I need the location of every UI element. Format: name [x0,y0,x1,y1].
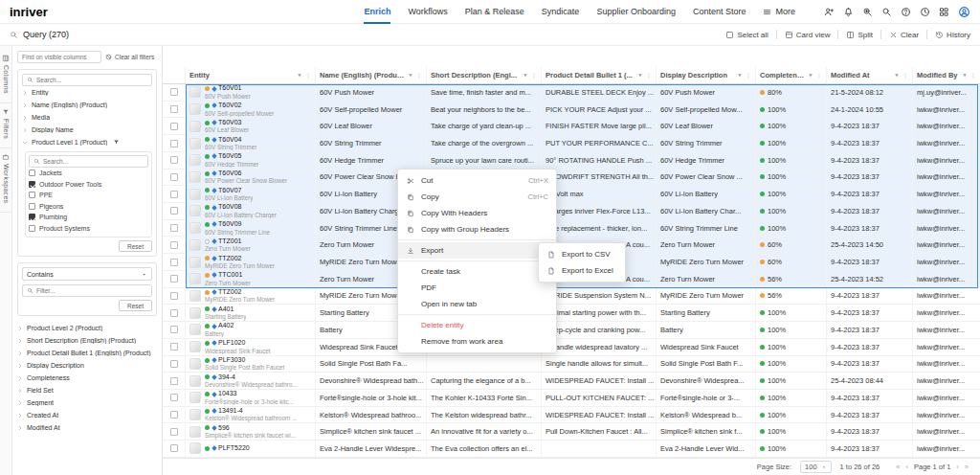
menu-item-cut[interactable]: CutCtrl+X [398,172,556,189]
facet-checkbox[interactable] [29,203,35,210]
zoom-in-icon[interactable] [862,7,873,17]
filter-group-short-description-english-product[interactable]: Short Description (English) (Product) [17,334,157,347]
column-header-display-description[interactable]: Display Description [657,67,756,83]
facet-checkbox[interactable] [29,214,35,220]
filter-group-product-detail-bullet-1-english-product[interactable]: Product Detail Bullet 1 (English) (Produ… [17,347,157,359]
help-icon[interactable] [901,7,911,17]
row-checkbox[interactable] [170,173,178,181]
row-checkbox[interactable] [170,394,178,401]
card-view-button[interactable]: Card view [785,31,831,39]
filter-group-modified-at[interactable]: Modified At [17,421,157,434]
clear-all-filters-link[interactable]: Clear all filters [105,54,154,60]
column-menu-icon[interactable] [531,73,537,79]
table-row[interactable]: 13491-4Kelston® Widespread bathroom ...K… [163,407,980,424]
filter-group-product-level-2-product[interactable]: Product Level 2 (Product) [17,322,157,334]
menu-item-delete-entity[interactable]: Delete entity [398,317,556,333]
filter-group-completeness[interactable]: Completeness [17,372,157,384]
row-checkbox[interactable] [170,292,178,300]
facet-checkbox[interactable] [29,192,35,198]
table-row[interactable]: T60V0360V Leaf Blower60V Leaf BlowerTake… [163,118,980,135]
row-checkbox[interactable] [170,140,178,147]
table-row[interactable]: T60V0560V Hedge Trimmer60V Hedge Trimmer… [163,152,980,170]
menu-item-copy-with-headers[interactable]: Copy With Headers [398,205,556,221]
table-row[interactable]: T60V0260V Self-propelled Mower60V Self-p… [163,102,980,119]
facet-search-field[interactable] [43,158,144,165]
filter-icon[interactable] [408,73,413,79]
menu-item-copy-with-group-headers[interactable]: Copy with Group Headers [398,221,556,238]
table-row[interactable]: T60V0660V Power Clear Snow Blower60V Pow… [163,170,980,187]
header-select-cell[interactable] [163,67,186,83]
side-tab-workspaces[interactable]: Workspaces [0,148,11,213]
menu-item-copy[interactable]: CopyCtrl+C [398,189,556,205]
facet-plumbing[interactable]: Plumbing [29,212,148,223]
menu-item-open-in-new-tab[interactable]: Open in new tab [398,296,556,312]
filter-icon[interactable] [637,73,643,79]
row-checkbox[interactable] [170,411,178,418]
row-checkbox[interactable] [170,428,178,436]
groups-search-field[interactable] [36,77,147,83]
filter-group-field-set[interactable]: Field Set [17,384,157,396]
filter-group-name-english-product[interactable]: Name (English) (Product) [22,99,152,111]
facet-reset-button[interactable]: Reset [119,240,152,252]
table-row[interactable]: PLF3030Solid Single Post Bath FaucetSoli… [163,356,980,373]
row-checkbox[interactable] [170,123,178,130]
column-header-entity[interactable]: Entity [186,67,316,83]
row-checkbox[interactable] [170,191,178,198]
filter-group-segment[interactable]: Segment [17,396,157,409]
find-columns-field[interactable] [22,54,97,60]
groups-search-input[interactable] [22,74,152,86]
filter-group-product-level-1-product[interactable]: Product Level 1 (Product) [22,136,152,148]
column-menu-icon[interactable] [816,73,822,79]
facet-search-input[interactable] [29,155,148,168]
filter-group-media[interactable]: Media [22,111,152,124]
facet-pigeons[interactable]: Pigeons [29,201,148,213]
filter-icon[interactable] [962,73,968,79]
filter-icon[interactable] [808,73,813,79]
column-header-product-detail-bullet-1[interactable]: Product Detail Bullet 1 (... [542,67,657,83]
row-checkbox[interactable] [170,275,178,283]
nav-item-syndicate[interactable]: Syndicate [542,0,580,23]
column-menu-icon[interactable] [416,73,422,79]
filter-group-display-description[interactable]: Display Description [17,359,157,372]
user-edit-icon[interactable] [824,7,835,17]
history-button[interactable]: History [935,31,970,39]
filter-icon[interactable] [297,73,302,79]
notifications-icon[interactable] [843,7,854,17]
table-row[interactable]: PLF1020Widespread Sink FaucetWidespread … [163,339,980,356]
find-columns-input[interactable] [17,51,101,63]
prev-page-button[interactable]: ‹ [905,463,908,471]
table-row[interactable]: 10433Forté®single-hole or 3-hole kitc...… [163,390,980,407]
operator-select[interactable]: Contains [22,267,152,281]
facet-checkbox[interactable] [29,170,35,176]
table-row[interactable]: T60V0460V String Trimmer60V String Trimm… [163,135,980,152]
first-page-button[interactable]: « [896,463,900,471]
column-header-completeness[interactable]: Completeness [756,67,827,83]
column-menu-icon[interactable] [305,73,311,79]
page-size-select[interactable]: 100 [800,461,832,473]
nav-item-plan-release[interactable]: Plan & Release [465,0,524,23]
filter-text-field[interactable] [36,287,147,294]
row-checkbox[interactable] [170,444,178,452]
side-tab-columns[interactable]: Columns [0,50,11,103]
column-header-short-description-engl[interactable]: Short Description (Engl... [427,67,542,83]
nav-item-content-store[interactable]: Content Store [693,0,746,23]
split-button[interactable]: Split [846,31,873,39]
select-all-toggle[interactable]: Select all [725,31,768,39]
facet-outdoor-power-tools[interactable]: Outdoor Power Tools [29,179,148,191]
filter-text-input[interactable] [22,284,152,297]
filter-group-display-name[interactable]: Display Name [22,124,152,136]
row-checkbox[interactable] [170,105,178,113]
column-menu-icon[interactable] [970,73,976,79]
row-checkbox[interactable] [170,360,178,368]
filter-icon[interactable] [894,73,900,79]
inriver-logo[interactable]: inriver [10,5,48,19]
facet-product-systems[interactable]: Product Systems [29,223,148,235]
row-checkbox[interactable] [170,309,178,317]
row-checkbox[interactable] [170,88,178,96]
table-row[interactable]: PLFT5220Eva 2-Handle Lever Widespre...Th… [163,441,980,458]
column-menu-icon[interactable] [646,73,652,79]
row-checkbox[interactable] [170,259,178,266]
table-row[interactable]: TTZ002MyRIDE Zero Turn MowerMyRIDE Zero … [163,288,980,305]
row-checkbox[interactable] [170,207,178,215]
filter-icon[interactable] [737,73,743,79]
